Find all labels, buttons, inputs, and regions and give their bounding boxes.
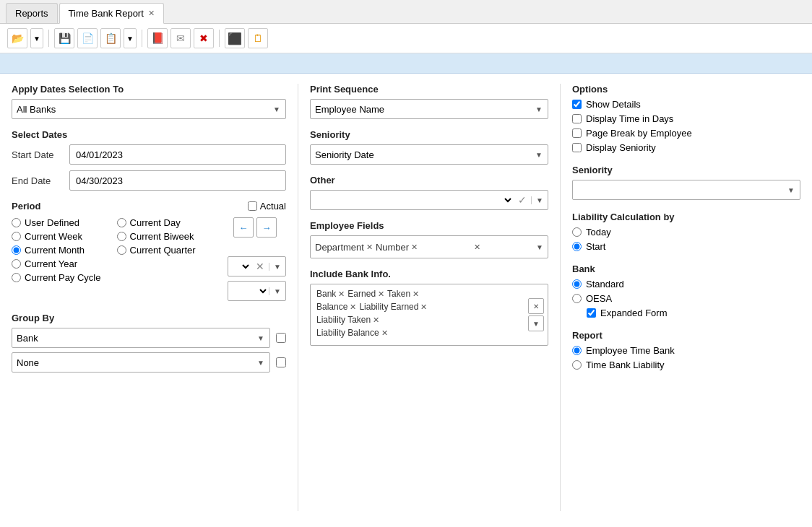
- bank-tag-row-4: Liability Balance ✕: [316, 328, 522, 338]
- display-time-item[interactable]: Display Time in Days: [572, 113, 800, 124]
- radio-current-biweek-input[interactable]: [117, 232, 126, 241]
- employee-fields-arrow[interactable]: ▼: [536, 243, 543, 251]
- bank-arrow-button[interactable]: ▼: [528, 315, 544, 331]
- delete-button[interactable]: ✖: [194, 28, 214, 48]
- tag-department-remove[interactable]: ✕: [366, 243, 373, 252]
- group-by-checkbox-1[interactable]: [276, 333, 286, 343]
- toolbar-separator-2: [142, 30, 142, 47]
- group-by-checkbox-2[interactable]: [276, 357, 286, 367]
- tag-balance-remove[interactable]: ✕: [350, 302, 356, 312]
- period-header: Period Actual: [12, 201, 286, 212]
- group-by-section: Group By Bank None: [12, 313, 286, 373]
- all-banks-select[interactable]: All Banks: [12, 99, 286, 119]
- copy-dropdown-button[interactable]: ▼: [124, 28, 137, 48]
- folder-dropdown-button[interactable]: ▼: [30, 28, 43, 48]
- document-button[interactable]: 📄: [77, 28, 98, 48]
- radio-today-label: Today: [586, 227, 611, 238]
- start-date-input[interactable]: [69, 144, 286, 165]
- period-prev-button[interactable]: ←: [233, 217, 254, 238]
- radio-today-input[interactable]: [572, 227, 582, 237]
- radio-start-input[interactable]: [572, 242, 582, 251]
- radio-user-defined-input[interactable]: [12, 218, 21, 227]
- tag-liability-balance-remove[interactable]: ✕: [381, 328, 388, 338]
- show-details-checkbox[interactable]: [572, 100, 582, 109]
- pay-cycle-arrow-icon[interactable]: ▼: [269, 287, 285, 295]
- copy-button[interactable]: 📋: [100, 28, 121, 48]
- note-button[interactable]: 🗒: [248, 28, 268, 48]
- seniority-right-select[interactable]: [572, 180, 800, 200]
- pay-cycle-select[interactable]: [228, 282, 269, 300]
- tag-liability-balance: Liability Balance ✕: [316, 328, 388, 338]
- group-by-select-2[interactable]: None: [12, 352, 270, 373]
- radio-user-defined-label: User Defined: [25, 217, 79, 228]
- actual-checkbox[interactable]: [248, 201, 257, 211]
- period-next-button[interactable]: →: [256, 217, 277, 238]
- radio-current-year-input[interactable]: [12, 259, 21, 269]
- tab-time-bank-report[interactable]: Time Bank Report ✕: [59, 3, 164, 24]
- other-arrow-icon[interactable]: ▼: [531, 196, 548, 204]
- pdf-button[interactable]: 📕: [147, 28, 168, 48]
- expanded-form-checkbox[interactable]: [587, 308, 596, 318]
- seniority-mid-label: Seniority: [310, 129, 548, 140]
- radio-oesa-input[interactable]: [572, 294, 582, 303]
- radio-employee-time-bank-label: Employee Time Bank: [586, 345, 675, 356]
- period-arrow-icon[interactable]: ▼: [269, 263, 285, 271]
- tag-earned-remove[interactable]: ✕: [378, 289, 384, 299]
- group-by-select-1[interactable]: Bank: [12, 328, 270, 348]
- tab-close-icon[interactable]: ✕: [148, 9, 155, 18]
- tag-number-remove[interactable]: ✕: [411, 243, 418, 252]
- employee-fields-clear[interactable]: ✕: [474, 243, 480, 252]
- other-check-icon[interactable]: ✓: [514, 194, 531, 206]
- tag-liability-earned-remove[interactable]: ✕: [420, 302, 427, 312]
- show-details-item[interactable]: Show Details: [572, 99, 800, 110]
- group-by-row-2: None: [12, 352, 286, 373]
- radio-time-bank-liability-input[interactable]: [572, 360, 582, 370]
- radio-current-month-label: Current Month: [25, 245, 85, 256]
- seniority-select[interactable]: Seniority Date: [310, 144, 548, 165]
- radio-current-day-input[interactable]: [117, 218, 126, 227]
- radio-current-quarter: Current Quarter: [117, 245, 223, 256]
- end-date-input[interactable]: [69, 170, 286, 191]
- radio-standard-label: Standard: [586, 279, 624, 289]
- bank-tag-row-1: Bank ✕ Earned ✕ Taken ✕: [316, 289, 522, 299]
- tag-liability-earned: Liability Earned ✕: [359, 302, 427, 312]
- actual-checkbox-label[interactable]: Actual: [248, 201, 286, 212]
- radio-standard-item: Standard: [572, 279, 800, 289]
- radio-current-week: Current Week: [12, 231, 117, 242]
- display-seniority-item[interactable]: Display Seniority: [572, 142, 800, 153]
- report-label: Report: [572, 330, 800, 341]
- seniority-select-wrapper: Seniority Date: [310, 144, 548, 165]
- radio-employee-time-bank-input[interactable]: [572, 346, 582, 355]
- group-by-select-2-wrapper: None: [12, 352, 270, 373]
- radio-current-pay-cycle-input[interactable]: [12, 273, 21, 282]
- tag-liability-taken-remove[interactable]: ✕: [373, 315, 379, 325]
- radio-current-quarter-input[interactable]: [117, 245, 126, 255]
- radio-current-week-input[interactable]: [12, 232, 21, 241]
- period-label: Period: [12, 201, 40, 212]
- email-button[interactable]: ✉: [170, 28, 191, 48]
- period-clear-icon[interactable]: ✕: [251, 261, 269, 272]
- period-select[interactable]: [228, 257, 251, 276]
- display-seniority-checkbox[interactable]: [572, 143, 582, 152]
- radio-start-item: Start: [572, 241, 800, 252]
- filter-button[interactable]: ⬛: [225, 28, 245, 48]
- print-sequence-select[interactable]: Employee Name: [310, 99, 548, 119]
- options-section: Options Show Details Display Time in Day…: [572, 84, 800, 153]
- bank-clear-button[interactable]: ✕: [528, 298, 544, 314]
- radio-current-biweek: Current Biweek: [117, 231, 223, 242]
- radio-standard-input[interactable]: [572, 279, 582, 289]
- actual-label: Actual: [260, 201, 286, 212]
- display-time-checkbox[interactable]: [572, 114, 582, 123]
- save-button[interactable]: 💾: [54, 28, 74, 48]
- page-break-checkbox[interactable]: [572, 129, 582, 138]
- liability-label: Liability Calculation by: [572, 212, 800, 222]
- tag-bank-remove[interactable]: ✕: [338, 289, 345, 299]
- page-break-item[interactable]: Page Break by Employee: [572, 128, 800, 139]
- other-select[interactable]: [311, 191, 514, 209]
- tag-taken-remove[interactable]: ✕: [413, 289, 419, 299]
- open-folder-button[interactable]: 📂: [7, 28, 27, 48]
- tab-reports[interactable]: Reports: [6, 3, 58, 23]
- divider-left-mid: [298, 84, 298, 511]
- period-right-controls: ← → ✕ ▼ ▼: [228, 217, 286, 301]
- radio-current-month-input[interactable]: [12, 245, 21, 255]
